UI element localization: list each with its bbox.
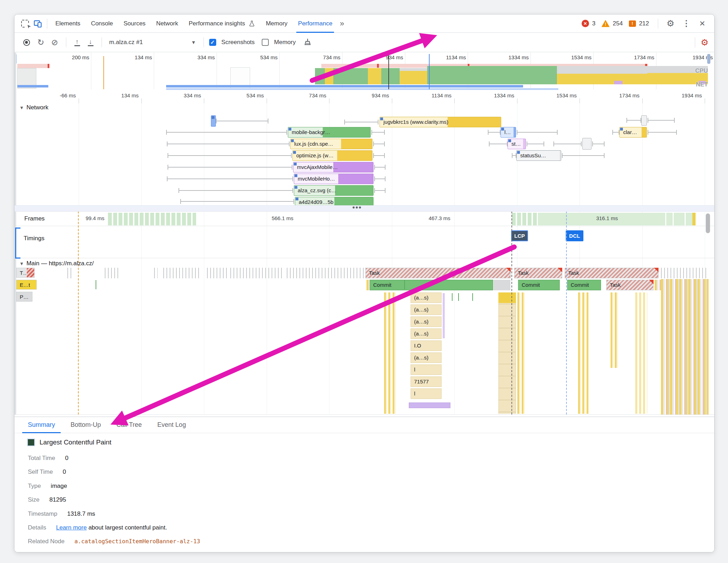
flame-column — [635, 292, 647, 414]
network-request[interactable]: optimize.js (w… — [292, 150, 372, 161]
overview-shape — [48, 64, 49, 68]
whisker-tick — [293, 199, 294, 204]
reload-record-icon[interactable]: ↻ — [35, 38, 47, 47]
history-dropdown[interactable]: m.alza.cz #1 ▼ — [107, 39, 198, 46]
issues-icon[interactable]: ! — [629, 20, 636, 27]
error-icon[interactable]: ✕ — [582, 20, 589, 27]
tab-elements[interactable]: Elements — [50, 14, 86, 33]
grid-line — [141, 103, 142, 414]
record-icon[interactable] — [20, 36, 33, 49]
tab-console[interactable]: Console — [86, 14, 118, 33]
issues-count[interactable]: 212 — [639, 20, 649, 27]
network-request[interactable]: lux.js (cdn.spe… — [290, 139, 372, 149]
error-count[interactable]: 3 — [592, 20, 595, 27]
network-request[interactable]: mobile-backgr… — [288, 127, 371, 138]
network-request[interactable]: l… — [500, 127, 516, 138]
network-overflow-band[interactable]: ••• — [14, 205, 715, 212]
tab-network[interactable]: Network — [151, 14, 183, 33]
network-whisker — [166, 132, 287, 133]
scrollbar-thumb[interactable] — [706, 213, 710, 233]
tab-call-tree[interactable]: Call Tree — [109, 417, 150, 433]
overview-grid-line — [91, 53, 91, 89]
network-request[interactable]: mvcAjaxMobile… — [293, 162, 374, 172]
flame-stack-frame[interactable]: (a…s) — [411, 304, 442, 315]
task-bar[interactable]: Task — [606, 280, 654, 290]
micro-event-ticks — [366, 280, 369, 290]
frames-strip[interactable] — [665, 213, 666, 225]
flame-stack-frame[interactable]: l — [411, 364, 442, 375]
overview-tick-label: 1934 ms — [692, 54, 713, 60]
network-request[interactable] — [641, 115, 647, 126]
save-profile-icon[interactable]: ↓ — [85, 39, 96, 46]
learn-more-link[interactable]: Learn more — [56, 524, 87, 531]
flame-column — [443, 293, 445, 338]
tab-memory[interactable]: Memory — [261, 14, 293, 33]
flame-stack-frame[interactable]: (a…s) — [411, 316, 442, 327]
inspect-element-icon[interactable] — [19, 17, 31, 30]
network-request[interactable] — [211, 115, 216, 127]
network-request[interactable]: clar… — [619, 127, 647, 138]
task-bar[interactable]: Task — [565, 268, 659, 278]
task-bar[interactable]: Task — [514, 268, 562, 278]
network-request[interactable]: statusSu… — [516, 150, 561, 161]
tab-bottom-up[interactable]: Bottom-Up — [63, 417, 109, 433]
tab-event-log[interactable]: Event Log — [150, 417, 194, 433]
flame-column — [578, 292, 589, 414]
network-request[interactable]: st… — [508, 139, 526, 149]
track-chip[interactable]: T… — [16, 268, 35, 278]
frames-strip[interactable] — [692, 213, 696, 225]
network-request[interactable]: alza_cz.svg (c… — [294, 185, 374, 196]
flame-stack-frame[interactable]: (a…s) — [411, 292, 442, 303]
frames-strip[interactable] — [108, 213, 196, 225]
frames-strip[interactable] — [673, 213, 674, 225]
tab-performance-insights[interactable]: Performance insights — [183, 14, 261, 33]
commit-bar[interactable]: Commit — [567, 280, 601, 290]
screenshots-checkbox[interactable]: ✓ — [209, 39, 216, 46]
tab-summary[interactable]: Summary — [20, 417, 63, 433]
close-icon[interactable]: ✕ — [696, 17, 709, 30]
warning-count[interactable]: 254 — [613, 20, 623, 27]
network-section-header[interactable]: ▼Network — [19, 104, 48, 111]
flame-stack-frame[interactable]: 71577 — [411, 376, 442, 387]
track-chip[interactable]: E…t — [16, 280, 37, 290]
memory-checkbox[interactable] — [262, 39, 269, 46]
tab-sources[interactable]: Sources — [118, 14, 151, 33]
flame-stack-frame[interactable]: (a…s) — [411, 352, 442, 363]
task-bar[interactable]: Task — [365, 268, 511, 278]
commit-bar[interactable]: Commit — [370, 280, 493, 290]
network-request[interactable]: jugvbkrc1s (www.clarity.ms) — [380, 117, 501, 127]
flame-stack-frame[interactable]: (a…s) — [411, 328, 442, 339]
ruler-tick-label: 934 ms — [372, 92, 389, 98]
summary-row: Size81295 — [28, 496, 66, 503]
warning-icon[interactable]: ! — [601, 20, 609, 27]
main-thread-header[interactable]: ▼Main — https://m.alza.cz/ — [19, 260, 94, 267]
collect-garbage-icon[interactable] — [303, 38, 312, 47]
frames-strip[interactable] — [512, 213, 538, 225]
flame-stack-frame[interactable]: I.O — [411, 340, 442, 351]
device-toolbar-icon[interactable] — [31, 17, 44, 30]
flame-stack-frame[interactable]: l — [411, 388, 442, 399]
overview-tick-label: 534 ms — [260, 54, 278, 60]
timing-marker-dcl[interactable]: DCL — [566, 230, 583, 241]
frames-strip[interactable] — [685, 213, 686, 225]
settings-gear-icon[interactable]: ⚙ — [664, 17, 677, 30]
network-request[interactable]: mvcMobileHo… — [294, 174, 374, 184]
timing-marker-lcp[interactable]: LCP — [511, 230, 528, 241]
load-profile-icon[interactable]: ↑ — [72, 39, 83, 46]
overview-shape — [388, 54, 389, 89]
more-tabs-icon[interactable]: » — [338, 19, 346, 28]
tab-performance[interactable]: Performance — [293, 14, 338, 33]
kebab-menu-icon[interactable]: ⋮ — [680, 17, 693, 30]
clear-icon[interactable]: ⊘ — [49, 38, 60, 47]
commit-bar[interactable]: Commit — [518, 280, 560, 290]
track-chip[interactable]: P… — [16, 292, 32, 302]
network-request[interactable] — [582, 138, 592, 150]
related-node-link[interactable]: a.catalogSectionItemHeroBanner-alz-13 — [74, 538, 200, 545]
whisker-tick — [291, 153, 292, 158]
capture-settings-gear-icon[interactable]: ⚙ — [695, 37, 709, 48]
frames-row-label[interactable]: Frames — [24, 215, 45, 222]
whisker-tick — [676, 130, 677, 135]
timings-row-label[interactable]: Timings — [24, 235, 44, 242]
frames-strip[interactable] — [538, 213, 695, 225]
ruler-tick — [517, 98, 517, 103]
